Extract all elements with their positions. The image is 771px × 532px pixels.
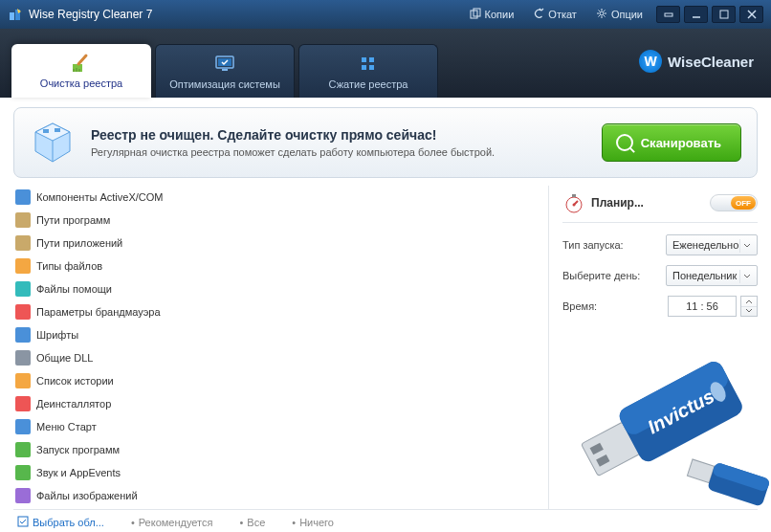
registry-item[interactable]: Компоненты ActiveX/COM (13, 186, 548, 209)
registry-item[interactable]: Типы файлов (13, 255, 548, 277)
filter-all[interactable]: • Все (239, 517, 265, 528)
usb-overlay-art: Invictus (551, 325, 771, 517)
registry-item[interactable]: Шрифты (13, 323, 548, 346)
registry-item-label: Шрифты (36, 329, 78, 341)
options-button[interactable]: Опции (586, 5, 652, 24)
registry-item-label: Пути приложений (36, 237, 122, 249)
registry-item[interactable]: Общие DLL (13, 346, 548, 369)
brand[interactable]: W WiseCleaner (639, 50, 754, 73)
svg-rect-32 (18, 517, 28, 526)
registry-item[interactable]: Пути приложений (13, 232, 548, 255)
window-close-button[interactable] (739, 6, 763, 23)
window-compact-button[interactable] (656, 6, 680, 23)
registry-item-label: Типы файлов (36, 260, 102, 272)
registry-item[interactable]: Звук и AppEvents (13, 461, 548, 484)
chevron-down-icon (739, 270, 753, 283)
svg-rect-16 (362, 65, 366, 70)
time-spinner[interactable] (740, 296, 758, 317)
day-select[interactable]: Понедельник (666, 265, 758, 286)
registry-item-icon (15, 327, 31, 343)
svg-rect-21 (572, 194, 576, 197)
svg-rect-18 (43, 129, 49, 133)
registry-item-label: Компоненты ActiveX/COM (36, 191, 163, 203)
svg-rect-5 (665, 13, 672, 16)
registry-item-icon (15, 465, 31, 480)
tab-optimize-label: Оптимизация системы (169, 78, 280, 90)
svg-rect-7 (720, 11, 728, 18)
schedule-panel: Планир... OFF Тип запуска: Еженедельно В… (549, 186, 758, 509)
start-type-select[interactable]: Еженедельно (666, 234, 758, 255)
schedule-title: Планир... (591, 196, 704, 210)
brand-badge-icon: W (639, 50, 662, 73)
copy-icon (470, 8, 481, 21)
compress-icon (358, 54, 379, 75)
day-label: Выберите день: (562, 270, 666, 281)
window-minimize-button[interactable] (684, 6, 708, 23)
content-area: Компоненты ActiveX/COMПути программПути … (0, 186, 771, 509)
registry-item[interactable]: Деинсталлятор (13, 392, 548, 415)
svg-rect-13 (222, 69, 228, 71)
tab-system-optimize[interactable]: Оптимизация системы (155, 44, 295, 98)
svg-rect-0 (10, 12, 14, 20)
svg-point-4 (600, 11, 604, 15)
tab-registry-clean[interactable]: Очистка реестра (11, 44, 151, 98)
tab-clean-label: Очистка реестра (40, 78, 122, 89)
registry-item[interactable]: Меню Старт (13, 415, 548, 438)
registry-item-label: Пути программ (36, 214, 110, 226)
schedule-toggle[interactable]: OFF (710, 194, 758, 211)
spinner-down[interactable] (741, 307, 757, 317)
svg-rect-19 (55, 128, 60, 132)
svg-rect-15 (369, 57, 374, 62)
scan-label: Сканировать (641, 136, 721, 150)
tab-registry-compress[interactable]: Сжатие реестра (298, 44, 438, 98)
filter-all-label: Все (247, 517, 265, 528)
registry-item-label: Общие DLL (36, 352, 93, 364)
monitor-icon (214, 54, 235, 75)
select-area-link[interactable]: Выбрать обл... (17, 516, 104, 529)
checkbox-icon (17, 516, 29, 529)
undo-button[interactable]: Откат (523, 5, 586, 24)
registry-item-label: Файлы помощи (36, 283, 112, 295)
window-maximize-button[interactable] (712, 6, 736, 23)
registry-item-label: Параметры брандмауэра (36, 306, 161, 318)
status-panel: Реестр не очищен. Сделайте очистку прямо… (13, 107, 758, 178)
registry-item[interactable]: Запуск программ (13, 438, 548, 461)
start-type-value: Еженедельно (672, 239, 738, 251)
tabbar: Очистка реестра Оптимизация системы Сжат… (0, 29, 771, 98)
titlebar: Wise Registry Cleaner 7 Копии Откат Опци… (0, 0, 771, 29)
time-value[interactable]: 11 : 56 (668, 296, 737, 317)
registry-item[interactable]: Файлы помощи (13, 277, 548, 300)
app-title: Wise Registry Cleaner 7 (29, 8, 152, 21)
registry-item-label: Запуск программ (36, 444, 120, 455)
registry-item[interactable]: Список истории (13, 369, 548, 392)
registry-item[interactable]: Параметры приложений (13, 507, 548, 509)
filter-recommended[interactable]: • Рекомендуется (131, 517, 213, 528)
filter-recommended-label: Рекомендуется (139, 517, 213, 528)
copies-label: Копии (485, 9, 515, 20)
spinner-up[interactable] (741, 297, 757, 307)
brand-name: WiseCleaner (668, 54, 754, 70)
registry-item-icon (15, 350, 31, 366)
registry-item-icon (15, 281, 31, 297)
day-value: Понедельник (672, 270, 737, 281)
registry-item-icon (15, 258, 31, 274)
status-subtitle: Регулярная очистка реестра поможет сдела… (91, 146, 586, 158)
registry-item[interactable]: Параметры брандмауэра (13, 300, 548, 323)
scan-button[interactable]: Сканировать (602, 123, 741, 162)
svg-rect-14 (362, 57, 366, 62)
registry-item-icon (15, 396, 31, 411)
registry-item-icon (15, 189, 31, 205)
options-label: Опции (611, 9, 643, 20)
magnifier-icon (616, 134, 633, 151)
chevron-down-icon (739, 239, 753, 253)
registry-item-label: Звук и AppEvents (36, 467, 121, 478)
registry-item[interactable]: Файлы изображений (13, 484, 548, 507)
app-icon (8, 7, 23, 22)
stopwatch-icon (562, 191, 585, 214)
filter-nothing[interactable]: • Ничего (292, 517, 334, 528)
registry-item[interactable]: Пути программ (13, 209, 548, 232)
tab-compress-label: Сжатие реестра (329, 78, 408, 90)
filter-nothing-label: Ничего (299, 517, 334, 528)
copies-button[interactable]: Копии (460, 5, 524, 24)
registry-item-label: Меню Старт (36, 421, 97, 432)
